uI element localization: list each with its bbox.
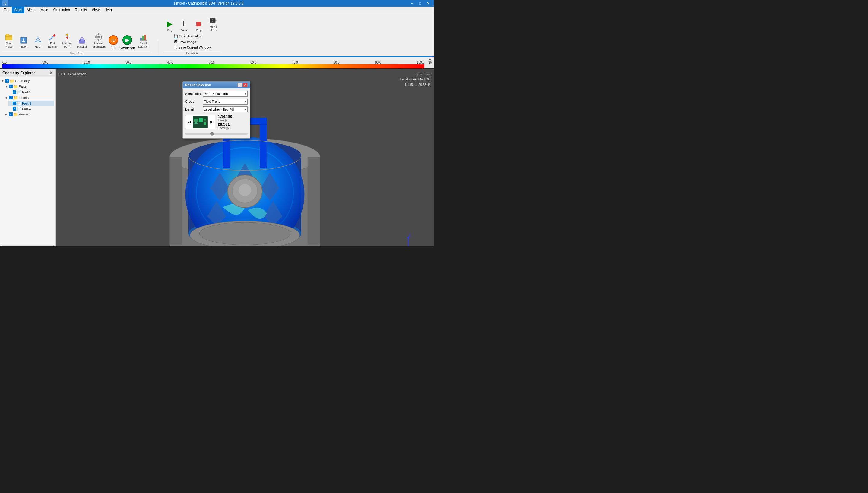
result-slider[interactable]	[185, 133, 248, 135]
import-button[interactable]: Import	[17, 34, 30, 50]
ribbon: OpenProject Import Mesh EditRunner	[0, 13, 434, 57]
save-current-window-button[interactable]: Save Current Window	[172, 45, 212, 50]
save-animation-icon: 💾	[174, 34, 178, 38]
geometry-explorer-header: Geometry Explorer ✕	[0, 69, 56, 77]
ribbon-group-quickstart: OpenProject Import Mesh EditRunner	[2, 31, 151, 55]
menu-results[interactable]: Results	[73, 7, 89, 13]
menu-mold[interactable]: Mold	[38, 7, 51, 13]
playback-to-start[interactable]: ⏮	[186, 119, 192, 125]
save-image-button[interactable]: 🖼 Save Image	[172, 40, 212, 44]
result-selection-button[interactable]: ResultSelection	[136, 31, 151, 50]
geometry-tree: ▼ ✓ 📁 Geometry ▼ ✓ 📁 Parts ✓ 📄	[0, 77, 56, 242]
menu-view[interactable]: View	[89, 7, 102, 13]
movie-maker-button[interactable]: MovieMaker	[207, 15, 220, 33]
save-animation-button[interactable]: 💾 Save Animation	[172, 34, 212, 39]
menu-file[interactable]: File	[1, 7, 12, 13]
movie-maker-label: MovieMaker	[210, 25, 217, 32]
simulation-label: Simulation	[120, 46, 135, 50]
save-current-window-checkbox[interactable]	[174, 45, 177, 49]
material-button[interactable]: Material	[76, 34, 89, 50]
checkbox-parts[interactable]: ✓	[9, 85, 13, 88]
svg-rect-29	[210, 21, 211, 22]
ribbon-collapse-icon: ▲	[429, 57, 432, 60]
tree-item-parts[interactable]: ▼ ✓ 📁 Parts	[5, 84, 54, 89]
svg-text:Z: Z	[409, 234, 411, 237]
edit-runner-label: EditRunner	[48, 42, 57, 48]
play-label: Play	[167, 29, 173, 32]
time-value: 1.14468	[218, 114, 232, 119]
tree-item-part3[interactable]: ✓ 📄 Part 3	[8, 106, 54, 111]
select-objects-button[interactable]: Select Objects	[2, 245, 54, 246]
close-button[interactable]: ✕	[425, 1, 432, 6]
dialog-minimize-button[interactable]: ─	[237, 83, 242, 87]
label-parts: Parts	[19, 85, 26, 88]
tree-item-part2[interactable]: ✓ 📄 Part 2	[8, 101, 54, 106]
file-icon-part3: 📄	[17, 107, 21, 111]
open-project-button[interactable]: OpenProject	[2, 31, 16, 50]
mesh-icon	[33, 36, 43, 45]
svg-rect-47	[260, 118, 267, 168]
slider-thumb[interactable]	[210, 132, 214, 135]
file-icon-part1: 📄	[17, 90, 21, 94]
playback-controls: ⏮ ▶	[185, 115, 215, 129]
pause-button[interactable]: ⏸ Pause	[178, 18, 191, 33]
tree-item-inserts[interactable]: ▼ ✓ 📁 Inserts	[5, 95, 54, 101]
edit-runner-button[interactable]: EditRunner	[46, 31, 59, 50]
scale-tick-4: 40.0	[167, 61, 173, 64]
geometry-explorer-close[interactable]: ✕	[49, 70, 53, 75]
svg-rect-18	[98, 39, 99, 41]
tree-item-part1[interactable]: ✓ 📄 Part 1	[8, 89, 54, 95]
pause-label: Pause	[181, 29, 188, 32]
stop-button[interactable]: ⏹ Stop	[192, 18, 205, 33]
app-logo: C	[2, 0, 8, 6]
group-row: Group Flow Front ▼	[185, 99, 248, 105]
menu-help[interactable]: Help	[102, 7, 114, 13]
stop-icon: ⏹	[194, 19, 204, 29]
detail-select[interactable]: Level when filled [%] ▼	[203, 106, 248, 112]
tree-item-runner[interactable]: ▶ ✓ 📁 Runner	[5, 111, 54, 117]
menu-start[interactable]: Start	[12, 7, 24, 13]
minimize-button[interactable]: ─	[409, 1, 416, 6]
animation-group-label: Animation	[163, 51, 220, 55]
group-select[interactable]: Flow Front ▼	[203, 99, 248, 105]
expand-icon-runner: ▶	[5, 113, 8, 116]
checkbox-part1[interactable]: ✓	[13, 90, 16, 94]
ribbon-collapse[interactable]: ▲	[0, 57, 434, 60]
checkbox-geometry[interactable]: ✓	[5, 79, 9, 83]
maximize-button[interactable]: □	[416, 1, 424, 6]
svg-rect-69	[204, 122, 206, 125]
checkbox-part2[interactable]: ✓	[13, 102, 16, 105]
svg-point-16	[98, 36, 100, 38]
injection-point-button[interactable]: InjectionPoint	[60, 31, 74, 50]
viewport-3d[interactable]: 010 - Simulation Flow Front Level when f…	[56, 69, 434, 246]
tree-item-geometry[interactable]: ▼ ✓ 📁 Geometry	[1, 78, 54, 84]
simulation-select[interactable]: 010 - Simulation ▼	[203, 91, 248, 97]
menu-mesh[interactable]: Mesh	[24, 7, 38, 13]
playback-forward[interactable]: ▶	[208, 119, 214, 125]
scale-tick-2: 20.0	[84, 61, 89, 64]
simulation-button[interactable]: ▶	[122, 35, 132, 45]
svg-rect-14	[81, 37, 83, 39]
label-runner: Runner	[19, 112, 29, 116]
process-parameters-button[interactable]: ProcessParameters	[90, 31, 108, 50]
dialog-close-button[interactable]: ✕	[243, 83, 248, 87]
open-project-icon	[4, 32, 14, 42]
menu-simulation[interactable]: Simulation	[51, 7, 73, 13]
scale-tick-9: 90.0	[375, 61, 381, 64]
level-unit: Level [%]	[218, 127, 232, 130]
svg-rect-30	[212, 21, 213, 22]
checkbox-part3[interactable]: ✓	[13, 107, 16, 111]
mesh-button[interactable]: Mesh	[32, 34, 45, 50]
scale-tick-3: 30.0	[125, 61, 131, 64]
id-button[interactable]: ID	[108, 35, 118, 45]
scale-labels: 0.0 10.0 20.0 30.0 40.0 50.0 60.0 70.0 8…	[2, 61, 432, 64]
pause-icon: ⏸	[180, 19, 189, 29]
checkbox-inserts[interactable]: ✓	[9, 96, 13, 100]
svg-rect-65	[194, 119, 198, 122]
play-button[interactable]: ▶ Play	[163, 18, 177, 33]
geometry-explorer-title: Geometry Explorer	[2, 71, 35, 75]
group-select-arrow: ▼	[244, 100, 247, 103]
checkbox-runner[interactable]: ✓	[9, 112, 13, 116]
time-values: 1.14468 Time [s] 28.581 Level [%]	[218, 114, 232, 130]
result-dialog-title-text: Result Selection	[185, 83, 211, 87]
